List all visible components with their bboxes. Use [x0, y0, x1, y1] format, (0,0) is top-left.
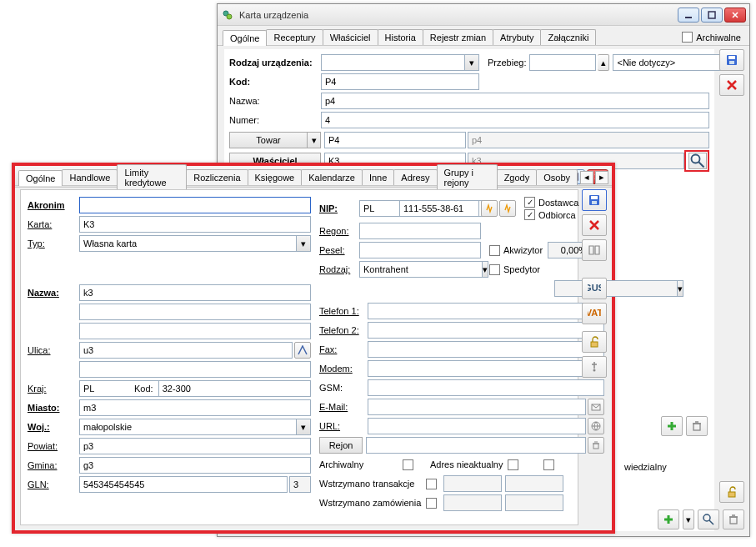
rodzaj-select[interactable]: [321, 54, 464, 71]
email-send-button[interactable]: [588, 399, 604, 415]
kod-input[interactable]: [321, 73, 479, 90]
akwizytor-checkbox[interactable]: Akwizytor: [489, 245, 543, 256]
akronim-input[interactable]: [79, 197, 311, 213]
numer-input[interactable]: [321, 112, 709, 128]
unlock-button[interactable]: [719, 481, 744, 503]
ulica-input2[interactable]: [79, 361, 311, 378]
towar-code[interactable]: [324, 132, 466, 148]
karta-input[interactable]: [79, 216, 311, 233]
tab-grupy[interactable]: Grupy i rejony: [437, 164, 498, 190]
ulica-input[interactable]: [79, 342, 293, 359]
svg-point-9: [703, 514, 710, 521]
gmina-input[interactable]: [79, 457, 311, 474]
woj-select[interactable]: [79, 419, 296, 435]
search2-button[interactable]: [698, 509, 719, 529]
regon-input[interactable]: [359, 223, 481, 239]
towar-dd[interactable]: ▾: [308, 132, 321, 148]
tab-zgody[interactable]: Zgody: [497, 169, 538, 185]
vat-button[interactable]: VAT: [582, 303, 607, 324]
odbiorca-checkbox[interactable]: Odbiorca: [524, 209, 578, 220]
towar-button[interactable]: Towar: [229, 132, 308, 148]
rejon-button[interactable]: Rejon: [319, 437, 363, 454]
fax-input[interactable]: [368, 341, 604, 358]
pin-button[interactable]: [582, 356, 607, 378]
rodzaj-dropdown[interactable]: ▾: [464, 54, 479, 71]
tab-receptury[interactable]: Receptury: [266, 29, 323, 45]
tab-limity[interactable]: Limity kredytowe: [117, 164, 187, 190]
nazwa-input[interactable]: [79, 284, 311, 301]
url-open-button[interactable]: [588, 418, 604, 434]
tab-osoby[interactable]: Osoby: [536, 169, 578, 185]
extra-checkbox[interactable]: [543, 459, 554, 470]
tab-adresy[interactable]: Adresy: [393, 169, 437, 185]
powiat-input[interactable]: [79, 438, 311, 454]
book-button[interactable]: [582, 239, 607, 261]
spedytor-checkbox[interactable]: Spedytor: [489, 264, 540, 275]
trash2-button[interactable]: [723, 509, 744, 529]
woj-dd[interactable]: ▾: [296, 419, 311, 435]
tab-kalendarze[interactable]: Kalendarze: [301, 169, 363, 185]
typ-select[interactable]: [79, 235, 296, 252]
save-button[interactable]: [719, 49, 744, 71]
email-input[interactable]: [368, 399, 586, 415]
nip-verify2[interactable]: [499, 200, 516, 217]
tab-rejestr[interactable]: Rejestr zmian: [423, 29, 493, 45]
rejon-input[interactable]: [366, 437, 586, 454]
kodp-input[interactable]: [158, 380, 311, 397]
tab-ksiegowe[interactable]: Księgowe: [248, 169, 303, 185]
add-button[interactable]: [661, 416, 683, 436]
tab-zalaczniki[interactable]: Załączniki: [540, 29, 596, 45]
url-input[interactable]: [368, 418, 586, 434]
nazwa-input3[interactable]: [79, 323, 311, 339]
archiwalny-checkbox[interactable]: [403, 459, 413, 470]
nazwa-input2[interactable]: [79, 304, 311, 320]
save-button[interactable]: [582, 189, 607, 211]
trash-button[interactable]: [686, 416, 708, 436]
add2-dd[interactable]: ▾: [683, 509, 694, 529]
archival-checkbox[interactable]: Archiwalne: [682, 32, 741, 43]
delete-button[interactable]: [582, 214, 607, 236]
adres-nieakt-checkbox[interactable]: [508, 459, 518, 470]
modem-input[interactable]: [368, 360, 604, 377]
tab-inne[interactable]: Inne: [362, 169, 394, 185]
nazwa-input[interactable]: [321, 93, 709, 109]
maximize-button[interactable]: [701, 8, 723, 23]
add2-button[interactable]: [658, 509, 679, 529]
przebieg-spinner[interactable]: ▴: [598, 54, 609, 71]
tab-atrybuty[interactable]: Atrybuty: [493, 29, 541, 45]
rodzaj2-select[interactable]: [359, 261, 482, 278]
gln-input[interactable]: [79, 476, 288, 493]
tab-rozliczenia[interactable]: Rozliczenia: [186, 169, 248, 185]
tab-scroll-left[interactable]: ◂: [580, 171, 593, 184]
pesel-input[interactable]: [359, 242, 481, 258]
dostawca-checkbox[interactable]: Dostawca: [524, 197, 578, 208]
wzam-checkbox[interactable]: [426, 498, 437, 509]
tab-historia[interactable]: Historia: [378, 29, 423, 45]
gus-button[interactable]: GUS: [582, 278, 607, 299]
tab-wlasciciel[interactable]: Właściciel: [323, 29, 378, 45]
extra-select[interactable]: [554, 280, 677, 297]
titlebar[interactable]: Karta urządzenia: [218, 4, 749, 26]
tab-ogolne[interactable]: Ogólne: [18, 170, 63, 186]
unlock-button[interactable]: [582, 331, 607, 353]
owner-search-button[interactable]: [688, 153, 707, 169]
nip-verify1[interactable]: [481, 200, 498, 217]
wtrans-checkbox[interactable]: [426, 479, 437, 489]
delete-button[interactable]: [719, 74, 744, 96]
close-button[interactable]: [724, 8, 746, 23]
przebieg-input[interactable]: [529, 54, 596, 71]
tel2-input[interactable]: [368, 322, 604, 339]
ulica-pick-button[interactable]: [294, 342, 311, 359]
nip-input[interactable]: [399, 200, 479, 217]
tab-ogolne[interactable]: Ogólne: [223, 30, 267, 46]
typ-dd[interactable]: ▾: [296, 235, 311, 252]
minimize-button[interactable]: [678, 8, 699, 23]
extra-dd[interactable]: ▾: [677, 280, 683, 297]
tab-scroll-right[interactable]: ▸: [595, 171, 608, 184]
tab-handlowe[interactable]: Handlowe: [62, 169, 118, 185]
miasto-input[interactable]: [79, 399, 311, 416]
rodzaj2-dd[interactable]: ▾: [482, 261, 488, 278]
tel1-input[interactable]: [368, 303, 604, 319]
gsm-input[interactable]: [368, 379, 604, 396]
rejon-trash-button[interactable]: [588, 437, 604, 454]
